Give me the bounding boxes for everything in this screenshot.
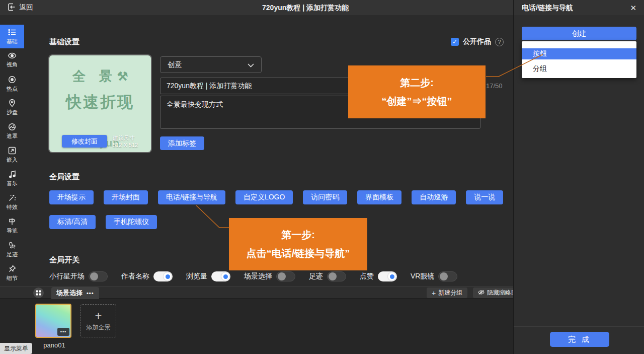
footprint-icon xyxy=(8,241,16,249)
phone-link-nav-button[interactable]: 电话/链接与导航 xyxy=(158,190,225,204)
scene-select-tab[interactable]: 场景选择 ••• xyxy=(51,287,99,299)
sidebar-item-label: 足迹 xyxy=(7,251,18,258)
say-something-button[interactable]: 说一说 xyxy=(466,190,503,204)
public-work-label: 公开作品 xyxy=(463,37,491,46)
edit-cover-button[interactable]: 修改封面 xyxy=(62,135,107,148)
sidebar-item-label: 热点 xyxy=(7,85,18,93)
help-icon[interactable]: ? xyxy=(495,38,504,46)
global-switches-row: 小行星开场 作者名称 浏览量 场景选择 足迹 点赞 xyxy=(49,271,457,281)
sidebar-item-label: 音乐 xyxy=(7,180,18,187)
grid-view-icon[interactable] xyxy=(33,288,44,298)
show-menu-button[interactable]: 显示菜单 xyxy=(0,343,32,354)
sidebar-item-label: 沙盘 xyxy=(7,109,18,116)
opening-tip-button[interactable]: 开场提示 xyxy=(49,190,94,204)
access-password-button[interactable]: 访问密码 xyxy=(303,190,347,204)
scene-thumbnail-pano01[interactable]: ••• xyxy=(35,304,71,338)
sidebar-item-music[interactable]: 音乐 xyxy=(0,167,24,190)
sidebar-item-mask[interactable]: 遮罩 xyxy=(0,119,24,143)
switch-scene-select: 场景选择 xyxy=(244,271,295,281)
panel-header: 电话/链接与导航 ✕ xyxy=(514,0,644,16)
cover-image[interactable]: 全 景⚒ 快速折现 720yun 修改封面 建议尺寸 512 X 512 xyxy=(49,55,151,152)
sidebar-item-details[interactable]: 细节 xyxy=(0,261,24,285)
add-pano-button[interactable]: + 添加全景 xyxy=(80,304,116,337)
global-settings-row2: 标清/高清 手机陀螺仪 xyxy=(49,215,157,229)
sidebar-item-sandbox[interactable]: 沙盘 xyxy=(0,96,24,119)
toggle-likes[interactable] xyxy=(378,271,397,281)
switch-likes: 点赞 xyxy=(360,271,397,281)
global-settings-heading: 全局设置 xyxy=(49,172,79,182)
sidebar-item-view[interactable]: 视角 xyxy=(0,48,24,72)
global-switches-heading: 全局开关 xyxy=(49,255,79,265)
create-dropdown-menu: 按钮 分组 xyxy=(522,41,636,78)
scene-more-button[interactable]: ••• xyxy=(57,328,69,336)
back-button[interactable]: 返回 xyxy=(0,0,40,15)
phone-link-nav-panel: 电话/链接与导航 ✕ 创建 按钮 分组 完 成 xyxy=(513,0,644,354)
hotspot-icon xyxy=(8,76,16,84)
signpost-icon xyxy=(8,218,16,226)
basic-settings-heading: 基础设置 xyxy=(49,37,79,47)
magic-wand-icon xyxy=(8,194,16,202)
panel-footer-divider xyxy=(514,326,644,327)
sidebar-item-label: 嵌入 xyxy=(7,156,18,164)
music-icon xyxy=(9,170,16,178)
cover-text-line2: 快速折现 xyxy=(49,92,151,113)
done-button[interactable]: 完 成 xyxy=(550,332,609,347)
menu-item-button[interactable]: 按钮 xyxy=(522,48,636,59)
sidebar-item-label: 遮罩 xyxy=(7,132,18,140)
public-work-group: 公开作品 ? xyxy=(451,37,504,46)
close-icon[interactable]: ✕ xyxy=(630,4,636,13)
sidebar-item-embed[interactable]: 嵌入 xyxy=(0,143,24,167)
switch-footprints: 足迹 xyxy=(309,271,346,281)
auto-tour-button[interactable]: 自动巡游 xyxy=(412,190,456,204)
eye-icon xyxy=(8,52,17,59)
gyroscope-button[interactable]: 手机陀螺仪 xyxy=(106,215,157,229)
sidebar-item-footprints[interactable]: 足迹 xyxy=(0,238,24,261)
ui-template-button[interactable]: 界面模板 xyxy=(357,190,401,204)
cover-size-hint: 建议尺寸 512 X 512 xyxy=(113,134,138,149)
sidebar-item-basic[interactable]: 基础 xyxy=(0,25,24,48)
toggle-asteroid-opening[interactable] xyxy=(89,271,108,281)
public-work-checkbox[interactable] xyxy=(451,38,459,46)
toggle-view-count[interactable] xyxy=(211,271,230,281)
plus-icon: + xyxy=(432,289,436,297)
cover-text-line1: 全 景⚒ xyxy=(49,67,151,85)
create-button[interactable]: 创建 xyxy=(522,27,636,40)
work-title: 720yun教程 | 添加打赏功能 xyxy=(262,0,349,15)
map-pin-icon xyxy=(8,99,16,107)
eye-slash-icon xyxy=(478,290,485,297)
embed-icon xyxy=(8,147,16,155)
chevron-down-icon xyxy=(248,60,254,69)
mask-icon xyxy=(8,123,16,131)
more-dots-icon[interactable]: ••• xyxy=(87,290,94,296)
new-group-button[interactable]: + 新建分组 xyxy=(427,288,467,298)
back-icon xyxy=(7,3,16,13)
category-value: 创意 xyxy=(168,60,182,69)
sidebar-item-label: 视角 xyxy=(7,61,18,68)
back-label: 返回 xyxy=(19,3,33,12)
toggle-vr-glasses[interactable] xyxy=(438,271,457,281)
sidebar-item-guide[interactable]: 导览 xyxy=(0,214,24,238)
toggle-footprints[interactable] xyxy=(327,271,346,281)
custom-logo-button[interactable]: 自定义LOGO xyxy=(235,190,293,204)
opening-cover-button[interactable]: 开场封面 xyxy=(104,190,148,204)
sidebar-item-effects[interactable]: 特效 xyxy=(0,190,24,214)
annotation-step2: 第二步: “创建”⇒“按钮” xyxy=(348,65,486,118)
sidebar-item-label: 基础 xyxy=(7,38,18,45)
global-settings-row1: 开场提示 开场封面 电话/链接与导航 自定义LOGO 访问密码 界面模板 自动巡… xyxy=(49,190,503,204)
annotation-step1: 第一步: 点击“电话/链接与导航” xyxy=(229,218,367,270)
plus-icon: + xyxy=(95,310,102,321)
switch-vr-glasses: VR眼镜 xyxy=(411,271,457,281)
menu-item-group[interactable]: 分组 xyxy=(522,59,636,78)
sidebar-item-label: 特效 xyxy=(7,203,18,211)
list-icon xyxy=(8,28,17,36)
add-tag-button[interactable]: 添加标签 xyxy=(160,136,204,150)
category-select[interactable]: 创意 xyxy=(160,56,262,73)
switch-view-count: 浏览量 xyxy=(186,271,230,281)
toggle-scene-select[interactable] xyxy=(276,271,295,281)
sd-hd-button[interactable]: 标清/高清 xyxy=(49,215,96,229)
toggle-author-name[interactable] xyxy=(153,271,173,281)
sidebar-item-label: 导览 xyxy=(7,227,18,235)
switch-asteroid-opening: 小行星开场 xyxy=(49,271,108,281)
tools-icon: ⚒ xyxy=(117,69,128,83)
sidebar-item-hotspot[interactable]: 热点 xyxy=(0,72,24,96)
